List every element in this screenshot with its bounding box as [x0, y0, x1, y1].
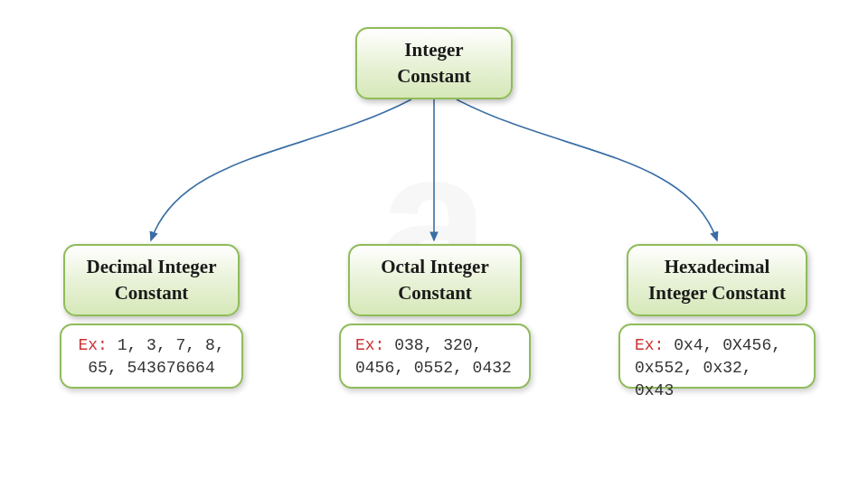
child-node-octal: Octal Integer Constant — [348, 244, 522, 316]
ex-label: Ex: — [78, 336, 107, 354]
ex-text: 1, 3, 7, 8, 65, 543676664 — [88, 336, 224, 377]
child-title-line1: Decimal Integer — [86, 254, 216, 280]
child-title-line2: Integer Constant — [648, 280, 786, 306]
ex-label: Ex: — [355, 336, 384, 354]
root-node: Integer Constant — [355, 27, 513, 99]
child-title-line1: Hexadecimal — [665, 254, 770, 280]
root-line1: Integer — [404, 37, 463, 63]
child-title-line2: Constant — [398, 280, 472, 306]
child-node-hex: Hexadecimal Integer Constant — [627, 244, 807, 316]
example-box-decimal: Ex: 1, 3, 7, 8, 65, 543676664 — [60, 324, 243, 389]
child-node-decimal: Decimal Integer Constant — [63, 244, 240, 316]
example-box-hex: Ex: 0x4, 0X456, 0x552, 0x32, 0x43 — [618, 324, 816, 389]
example-box-octal: Ex: 038, 320, 0456, 0552, 0432 — [339, 324, 531, 389]
ex-label: Ex: — [635, 336, 664, 354]
root-line2: Constant — [397, 63, 471, 89]
child-title-line2: Constant — [115, 280, 189, 306]
child-title-line1: Octal Integer — [381, 254, 489, 280]
